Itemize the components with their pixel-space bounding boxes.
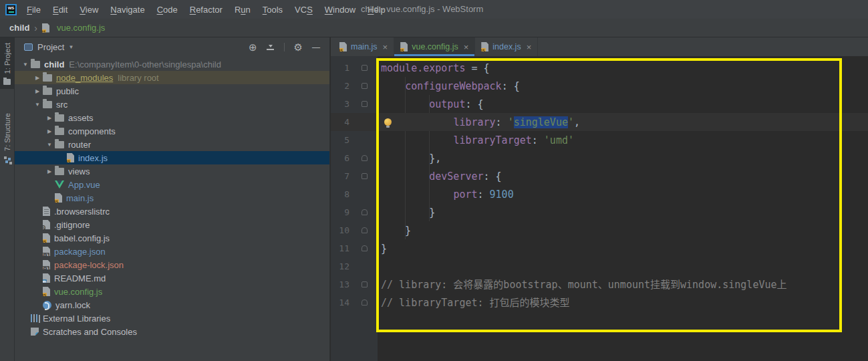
js-file-icon (67, 153, 74, 162)
tree-item-yarn-lock[interactable]: yarn.lock (15, 298, 329, 312)
token: } (381, 225, 411, 237)
token: : { (502, 80, 520, 92)
tree-item-components[interactable]: ▶components (15, 124, 329, 138)
tree-item-label: views (68, 166, 90, 176)
menu-tools[interactable]: Tools (257, 5, 289, 15)
menu-navigate[interactable]: Navigate (104, 5, 150, 15)
fold-close-icon[interactable] (361, 299, 368, 306)
tree-item-gitignore[interactable]: .gitignore (15, 218, 329, 231)
tree-item-main-js[interactable]: main.js (15, 191, 329, 205)
close-icon[interactable]: × (462, 42, 469, 52)
close-icon[interactable]: × (525, 42, 532, 52)
tree-item-node-modules[interactable]: ▶node_moduleslibrary root (15, 71, 329, 84)
breadcrumb-project[interactable]: child (9, 23, 29, 33)
fold-open-icon[interactable] (361, 281, 368, 287)
token: : { (484, 170, 502, 183)
tree-item-label: child (44, 59, 64, 70)
tree-item-label: assets (68, 113, 94, 123)
intention-bulb-icon[interactable] (384, 118, 392, 126)
tree-item-label: babel.config.js (54, 233, 110, 243)
collapse-all-icon[interactable] (267, 45, 275, 50)
breadcrumb-file[interactable]: vue.config.js (57, 23, 105, 33)
fold-close-icon[interactable] (361, 245, 368, 251)
code-text: library: 'singleVue', (331, 114, 580, 132)
code-text: libraryTarget: 'umd' (331, 132, 574, 150)
menu-edit[interactable]: Edit (47, 5, 74, 15)
token: port (453, 189, 477, 201)
chevron-down-icon[interactable]: ▼ (32, 102, 43, 108)
tree-item-scratches-and-consoles[interactable]: Scratches and Consoles (15, 325, 329, 338)
tool-stripe-1-project[interactable]: 1: Project (0, 37, 14, 89)
chevron-right-icon[interactable]: ▶ (44, 128, 55, 134)
token: , (574, 116, 580, 128)
token: 9100 (490, 189, 514, 201)
tree-item-external-libraries[interactable]: External Libraries (15, 312, 329, 325)
tab-index-js[interactable]: index.js× (475, 37, 538, 56)
folder-icon (31, 61, 40, 68)
folder-icon (43, 74, 52, 82)
settings-icon[interactable] (294, 41, 303, 53)
chevron-right-icon[interactable]: ▶ (44, 115, 55, 121)
tree-item-label: src (56, 100, 67, 110)
tree-item-package-lock-json[interactable]: package-lock.json (15, 258, 329, 271)
fold-close-icon[interactable] (361, 227, 368, 233)
tree-item-child[interactable]: ▼childE:\companyItem\0-other\singlespa\c… (15, 57, 329, 71)
token: // libraryTarget: 打包后的模块类型 (381, 297, 570, 309)
gitignore-file-icon (43, 220, 50, 229)
chevron-right-icon[interactable]: ▶ (44, 168, 55, 174)
menu-refactor[interactable]: Refactor (184, 5, 229, 15)
token: } (381, 243, 387, 255)
chevron-down-icon[interactable]: ▼ (68, 44, 74, 50)
project-panel-title[interactable]: Project (37, 42, 64, 52)
tree-item-app-vue[interactable]: App.vue (15, 178, 329, 191)
menu-code[interactable]: Code (151, 5, 184, 15)
code-line-12: 12 (331, 257, 868, 275)
menu-window[interactable]: Window (319, 5, 361, 15)
fold-open-icon[interactable] (361, 83, 368, 89)
breadcrumb-separator: › (34, 23, 37, 33)
tree-item-router[interactable]: ▼router (15, 138, 329, 151)
fold-open-icon[interactable] (361, 101, 368, 107)
chevron-right-icon[interactable]: ▶ (32, 75, 43, 81)
tree-item-vue-config-js[interactable]: vue.config.js (15, 285, 329, 298)
menu-vcs[interactable]: VCS (289, 5, 319, 15)
menu-file[interactable]: File (21, 5, 47, 15)
folder-icon (55, 114, 64, 122)
line-number: 3 (331, 95, 349, 113)
tree-item-views[interactable]: ▶views (15, 164, 329, 178)
token: singleVue (514, 116, 568, 128)
tree-item-label: node_modules (56, 73, 113, 83)
fold-open-icon[interactable] (361, 65, 368, 71)
chevron-down-icon[interactable]: ▼ (44, 142, 55, 148)
chevron-right-icon[interactable]: ▶ (32, 88, 43, 94)
fold-close-icon[interactable] (361, 209, 368, 215)
project-tree: ▼childE:\companyItem\0-other\singlespa\c… (15, 57, 329, 338)
tree-item-browserslistrc[interactable]: .browserslistrc (15, 205, 329, 218)
menu-view[interactable]: View (74, 5, 104, 15)
tree-item-index-js[interactable]: index.js (15, 151, 329, 164)
chevron-down-icon[interactable]: ▼ (20, 62, 31, 68)
tab-vue-config-js[interactable]: vue.config.js× (394, 37, 475, 56)
code-area[interactable]: 1module.exports = {2 configureWebpack: {… (331, 56, 868, 312)
tree-item-src[interactable]: ▼src (15, 98, 329, 111)
tree-item-public[interactable]: ▶public (15, 84, 329, 98)
line-number: 5 (331, 131, 349, 149)
tool-stripe-7-structure[interactable]: 7: Structure (0, 108, 14, 167)
hide-panel-icon[interactable] (312, 43, 320, 52)
tree-item-assets[interactable]: ▶assets (15, 111, 329, 124)
code-line-3: 3 output: { (331, 95, 868, 113)
tree-item-package-json[interactable]: package.json (15, 245, 329, 258)
fold-open-icon[interactable] (361, 173, 368, 179)
tree-item-readme-md[interactable]: README.md (15, 271, 329, 285)
token: : (532, 134, 544, 146)
token: devServer (429, 170, 483, 183)
tree-item-suffix: library root (118, 73, 158, 83)
tab-main-js[interactable]: main.js× (333, 37, 394, 56)
token: } (381, 207, 435, 219)
menu-run[interactable]: Run (229, 5, 257, 15)
locate-icon[interactable] (249, 41, 257, 53)
tree-item-babel-config-js[interactable]: babel.config.js (15, 231, 329, 245)
fold-close-icon[interactable] (361, 155, 368, 161)
close-icon[interactable]: × (382, 42, 388, 52)
code-line-13: 13// library: 会将暴露的bootstrap、mount、unmou… (331, 275, 868, 293)
